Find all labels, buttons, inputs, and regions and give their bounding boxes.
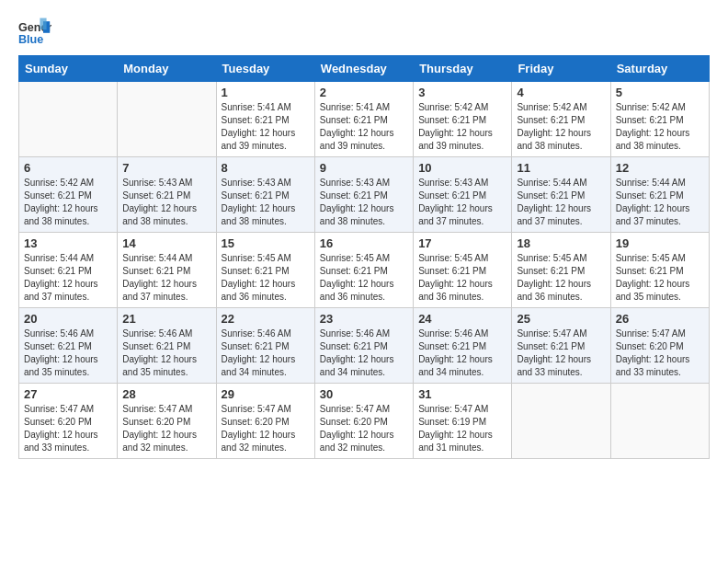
weekday-header-tuesday: Tuesday: [216, 56, 314, 82]
day-number: 29: [222, 387, 310, 401]
calendar-cell: 17Sunrise: 5:45 AM Sunset: 6:21 PM Dayli…: [414, 233, 512, 308]
day-info: Sunrise: 5:42 AM Sunset: 6:21 PM Dayligh…: [24, 177, 112, 228]
calendar-cell: 19Sunrise: 5:45 AM Sunset: 6:21 PM Dayli…: [610, 233, 709, 308]
calendar-table: SundayMondayTuesdayWednesdayThursdayFrid…: [18, 55, 710, 459]
calendar-cell: 26Sunrise: 5:47 AM Sunset: 6:20 PM Dayli…: [610, 308, 709, 384]
day-info: Sunrise: 5:46 AM Sunset: 6:21 PM Dayligh…: [418, 327, 506, 379]
day-info: Sunrise: 5:47 AM Sunset: 6:20 PM Dayligh…: [24, 403, 112, 454]
day-info: Sunrise: 5:43 AM Sunset: 6:21 PM Dayligh…: [222, 177, 310, 228]
calendar-cell: 11Sunrise: 5:44 AM Sunset: 6:21 PM Dayli…: [512, 157, 610, 233]
day-info: Sunrise: 5:46 AM Sunset: 6:21 PM Dayligh…: [122, 327, 210, 379]
day-number: 27: [24, 387, 112, 401]
day-info: Sunrise: 5:44 AM Sunset: 6:21 PM Dayligh…: [517, 177, 605, 228]
calendar-cell: 31Sunrise: 5:47 AM Sunset: 6:19 PM Dayli…: [414, 384, 512, 459]
calendar-cell: 7Sunrise: 5:43 AM Sunset: 6:21 PM Daylig…: [118, 157, 216, 233]
day-info: Sunrise: 5:44 AM Sunset: 6:21 PM Dayligh…: [122, 252, 210, 304]
weekday-header-wednesday: Wednesday: [314, 56, 413, 82]
calendar-cell: 6Sunrise: 5:42 AM Sunset: 6:21 PM Daylig…: [19, 157, 118, 233]
calendar-cell: 14Sunrise: 5:44 AM Sunset: 6:21 PM Dayli…: [118, 233, 216, 308]
svg-text:Blue: Blue: [18, 33, 43, 46]
day-info: Sunrise: 5:41 AM Sunset: 6:21 PM Dayligh…: [320, 101, 408, 153]
day-info: Sunrise: 5:47 AM Sunset: 6:20 PM Dayligh…: [222, 403, 310, 454]
calendar-week-3: 13Sunrise: 5:44 AM Sunset: 6:21 PM Dayli…: [19, 233, 710, 308]
day-number: 14: [122, 236, 210, 250]
day-info: Sunrise: 5:43 AM Sunset: 6:21 PM Dayligh…: [320, 177, 408, 228]
logo-icon: General Blue: [18, 15, 51, 48]
day-info: Sunrise: 5:45 AM Sunset: 6:21 PM Dayligh…: [320, 252, 408, 304]
day-number: 21: [122, 312, 210, 326]
day-info: Sunrise: 5:43 AM Sunset: 6:21 PM Dayligh…: [122, 177, 210, 228]
calendar-cell: 22Sunrise: 5:46 AM Sunset: 6:21 PM Dayli…: [216, 308, 314, 384]
calendar-cell: 5Sunrise: 5:42 AM Sunset: 6:21 PM Daylig…: [610, 82, 709, 157]
day-number: 7: [122, 161, 210, 175]
day-info: Sunrise: 5:44 AM Sunset: 6:21 PM Dayligh…: [616, 177, 704, 228]
day-number: 28: [122, 387, 210, 401]
day-number: 12: [616, 161, 704, 175]
weekday-header-friday: Friday: [512, 56, 610, 82]
page-header: General Blue: [18, 15, 710, 48]
day-number: 25: [517, 312, 605, 326]
calendar-cell: 9Sunrise: 5:43 AM Sunset: 6:21 PM Daylig…: [314, 157, 413, 233]
day-info: Sunrise: 5:42 AM Sunset: 6:21 PM Dayligh…: [616, 101, 704, 153]
day-number: 31: [418, 387, 506, 401]
calendar-cell: 18Sunrise: 5:45 AM Sunset: 6:21 PM Dayli…: [512, 233, 610, 308]
day-number: 13: [24, 236, 112, 250]
weekday-header-monday: Monday: [118, 56, 216, 82]
day-info: Sunrise: 5:47 AM Sunset: 6:19 PM Dayligh…: [418, 403, 506, 454]
calendar-cell: [610, 384, 709, 459]
day-number: 26: [616, 312, 704, 326]
day-number: 4: [517, 86, 605, 99]
calendar-cell: 29Sunrise: 5:47 AM Sunset: 6:20 PM Dayli…: [216, 384, 314, 459]
day-info: Sunrise: 5:47 AM Sunset: 6:20 PM Dayligh…: [616, 327, 704, 379]
day-info: Sunrise: 5:46 AM Sunset: 6:21 PM Dayligh…: [24, 327, 112, 379]
day-info: Sunrise: 5:46 AM Sunset: 6:21 PM Dayligh…: [222, 327, 310, 379]
day-info: Sunrise: 5:45 AM Sunset: 6:21 PM Dayligh…: [517, 252, 605, 304]
calendar-week-5: 27Sunrise: 5:47 AM Sunset: 6:20 PM Dayli…: [19, 384, 710, 459]
calendar-cell: 3Sunrise: 5:42 AM Sunset: 6:21 PM Daylig…: [414, 82, 512, 157]
day-info: Sunrise: 5:47 AM Sunset: 6:20 PM Dayligh…: [122, 403, 210, 454]
day-info: Sunrise: 5:46 AM Sunset: 6:21 PM Dayligh…: [320, 327, 408, 379]
day-info: Sunrise: 5:47 AM Sunset: 6:20 PM Dayligh…: [320, 403, 408, 454]
weekday-header-sunday: Sunday: [19, 56, 118, 82]
day-number: 15: [222, 236, 310, 250]
day-info: Sunrise: 5:41 AM Sunset: 6:21 PM Dayligh…: [222, 101, 310, 153]
weekday-header-thursday: Thursday: [414, 56, 512, 82]
day-info: Sunrise: 5:44 AM Sunset: 6:21 PM Dayligh…: [24, 252, 112, 304]
day-info: Sunrise: 5:45 AM Sunset: 6:21 PM Dayligh…: [222, 252, 310, 304]
day-info: Sunrise: 5:45 AM Sunset: 6:21 PM Dayligh…: [418, 252, 506, 304]
calendar-cell: 30Sunrise: 5:47 AM Sunset: 6:20 PM Dayli…: [314, 384, 413, 459]
day-number: 1: [222, 86, 310, 99]
calendar-cell: [118, 82, 216, 157]
day-number: 5: [616, 86, 704, 99]
day-info: Sunrise: 5:45 AM Sunset: 6:21 PM Dayligh…: [616, 252, 704, 304]
calendar-cell: 4Sunrise: 5:42 AM Sunset: 6:21 PM Daylig…: [512, 82, 610, 157]
day-number: 17: [418, 236, 506, 250]
calendar-cell: 10Sunrise: 5:43 AM Sunset: 6:21 PM Dayli…: [414, 157, 512, 233]
calendar-cell: 13Sunrise: 5:44 AM Sunset: 6:21 PM Dayli…: [19, 233, 118, 308]
calendar-cell: 12Sunrise: 5:44 AM Sunset: 6:21 PM Dayli…: [610, 157, 709, 233]
calendar-cell: 16Sunrise: 5:45 AM Sunset: 6:21 PM Dayli…: [314, 233, 413, 308]
day-number: 24: [418, 312, 506, 326]
calendar-cell: 20Sunrise: 5:46 AM Sunset: 6:21 PM Dayli…: [19, 308, 118, 384]
day-number: 16: [320, 236, 408, 250]
calendar-cell: 23Sunrise: 5:46 AM Sunset: 6:21 PM Dayli…: [314, 308, 413, 384]
calendar-cell: 2Sunrise: 5:41 AM Sunset: 6:21 PM Daylig…: [314, 82, 413, 157]
day-number: 23: [320, 312, 408, 326]
weekday-header-row: SundayMondayTuesdayWednesdayThursdayFrid…: [19, 56, 710, 82]
day-info: Sunrise: 5:42 AM Sunset: 6:21 PM Dayligh…: [418, 101, 506, 153]
calendar-cell: 25Sunrise: 5:47 AM Sunset: 6:21 PM Dayli…: [512, 308, 610, 384]
weekday-header-saturday: Saturday: [610, 56, 709, 82]
calendar-cell: 28Sunrise: 5:47 AM Sunset: 6:20 PM Dayli…: [118, 384, 216, 459]
calendar-cell: 15Sunrise: 5:45 AM Sunset: 6:21 PM Dayli…: [216, 233, 314, 308]
calendar-cell: 24Sunrise: 5:46 AM Sunset: 6:21 PM Dayli…: [414, 308, 512, 384]
day-info: Sunrise: 5:47 AM Sunset: 6:21 PM Dayligh…: [517, 327, 605, 379]
calendar-cell: 21Sunrise: 5:46 AM Sunset: 6:21 PM Dayli…: [118, 308, 216, 384]
day-number: 30: [320, 387, 408, 401]
calendar-cell: [512, 384, 610, 459]
day-number: 10: [418, 161, 506, 175]
day-number: 8: [222, 161, 310, 175]
day-number: 11: [517, 161, 605, 175]
day-number: 22: [222, 312, 310, 326]
calendar-week-4: 20Sunrise: 5:46 AM Sunset: 6:21 PM Dayli…: [19, 308, 710, 384]
calendar-cell: 1Sunrise: 5:41 AM Sunset: 6:21 PM Daylig…: [216, 82, 314, 157]
